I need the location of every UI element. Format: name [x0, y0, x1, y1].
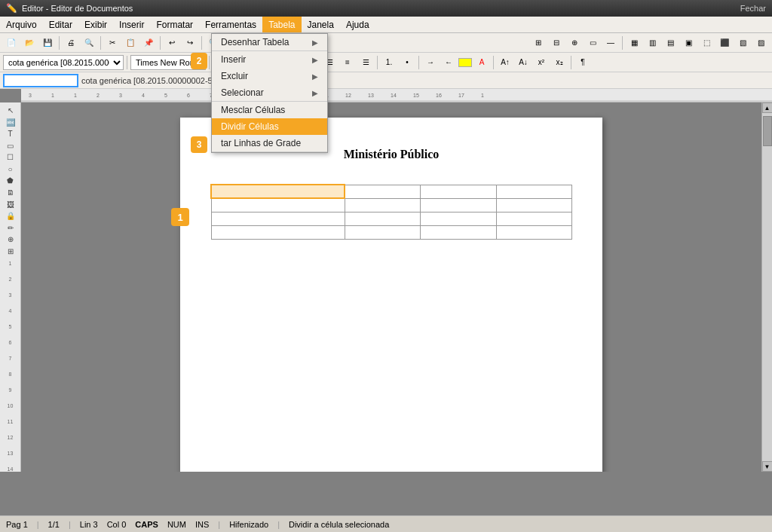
scroll-up-btn[interactable]: ▲: [762, 102, 773, 113]
table-cell-3-3[interactable]: [421, 212, 496, 225]
open-btn[interactable]: 📂: [21, 35, 38, 51]
svg-text:13: 13: [368, 93, 374, 98]
superscript-btn[interactable]: x²: [533, 54, 550, 71]
list-ordered-btn[interactable]: 1.: [381, 54, 397, 71]
table-grid-btn1[interactable]: ⊞: [530, 35, 547, 51]
menu-ajuda[interactable]: Ajuda: [340, 17, 375, 32]
indent-in-btn[interactable]: →: [422, 54, 439, 71]
scroll-down-btn[interactable]: ▼: [762, 461, 773, 472]
ruler-num-3: 3: [9, 292, 12, 298]
menu-editar[interactable]: Editar: [43, 17, 78, 32]
left-icon-4[interactable]: ▭: [2, 141, 19, 151]
menu-inserir[interactable]: Inserir ▶: [212, 51, 327, 68]
menu-mesclar[interactable]: Mesclar Células: [212, 102, 327, 118]
copy-btn[interactable]: 📋: [122, 35, 139, 51]
table-cell-3-1[interactable]: [211, 212, 345, 225]
style-select[interactable]: cota genérica [08.2015.00000002-5]: [3, 55, 124, 70]
scroll-thumb[interactable]: [763, 116, 772, 146]
close-button[interactable]: Fechar: [740, 4, 766, 13]
col-btn8[interactable]: ▨: [752, 35, 769, 51]
cut-btn[interactable]: ✂: [104, 35, 121, 51]
col-btn2[interactable]: ▥: [644, 35, 660, 51]
desenhar-label: Desenhar Tabela: [221, 37, 290, 47]
menu-exibir[interactable]: Exibir: [78, 17, 113, 32]
sep2: [100, 36, 101, 50]
ruler-num-13: 13: [8, 451, 14, 456]
table-cell-4-2[interactable]: [345, 225, 420, 239]
left-icon-11[interactable]: ✏: [2, 222, 19, 233]
left-icon-5[interactable]: ☐: [2, 152, 19, 163]
subscript-btn[interactable]: x₂: [551, 54, 568, 71]
left-icon-9[interactable]: 🖼: [2, 199, 19, 209]
menu-dividir[interactable]: Dividir Células: [212, 118, 327, 135]
left-icon-10[interactable]: 🔒: [2, 211, 19, 222]
align-right-btn[interactable]: ≡: [339, 54, 356, 71]
left-icon-2[interactable]: 🔤: [2, 118, 19, 128]
highlight-btn[interactable]: [458, 58, 472, 67]
table-cell-1-3[interactable]: [421, 185, 496, 198]
main-area: ↖ 🔤 T ▭ ☐ ○ ⬟ 🗎 🖼 🔒 ✏ ⊕ ⊞ 1 2 3 4 5 6 7 …: [0, 102, 772, 472]
menu-tabela[interactable]: Tabela: [262, 17, 301, 32]
table-cell-3-4[interactable]: [496, 212, 572, 225]
misc-btn1[interactable]: ¶: [574, 54, 591, 71]
left-icon-7[interactable]: ⬟: [2, 176, 19, 186]
indent-out-btn[interactable]: ←: [440, 54, 457, 71]
table-cell-4-1[interactable]: [211, 225, 345, 239]
menu-inserir[interactable]: Inserir: [113, 17, 150, 32]
left-icon-12[interactable]: ⊕: [2, 234, 19, 245]
left-icon-1[interactable]: ↖: [2, 105, 19, 116]
print-btn[interactable]: 🖨: [63, 35, 79, 51]
col-btn3[interactable]: ▤: [662, 35, 679, 51]
font-size-dn-btn[interactable]: A↓: [515, 54, 532, 71]
menu-arquivo[interactable]: Arquivo: [0, 17, 43, 32]
step-2-badge: 2: [191, 53, 207, 69]
table-add-col-btn[interactable]: ⊕: [566, 35, 583, 51]
left-icon-6[interactable]: ○: [2, 164, 19, 175]
redo-btn[interactable]: ↪: [182, 35, 198, 51]
table-frame-btn[interactable]: ▭: [584, 35, 601, 51]
new-doc-btn[interactable]: 📄: [3, 35, 20, 51]
table-cell-4-4[interactable]: [496, 225, 572, 239]
table-cell-1-4[interactable]: [496, 185, 572, 198]
col-btn4[interactable]: ▣: [680, 35, 697, 51]
document-table[interactable]: [210, 184, 572, 240]
paste-btn[interactable]: 📌: [140, 35, 157, 51]
menu-janela[interactable]: Janela: [302, 17, 340, 32]
table-grid-btn2[interactable]: ⊟: [548, 35, 565, 51]
svg-text:1: 1: [481, 93, 484, 98]
menu-desenhar-tabela[interactable]: Desenhar Tabela ▶: [212, 34, 327, 50]
table-cell-2-1[interactable]: [211, 198, 345, 212]
col-btn1[interactable]: ▦: [626, 35, 642, 51]
menu-formatar[interactable]: Formatar: [150, 17, 199, 32]
table-cell-1-2[interactable]: [345, 185, 420, 198]
align-justify-btn[interactable]: ☰: [357, 54, 374, 71]
font-color-btn[interactable]: A: [473, 54, 490, 71]
col-btn5[interactable]: ⬚: [698, 35, 715, 51]
print-preview-btn[interactable]: 🔍: [81, 35, 97, 51]
table-cell-2-3[interactable]: [421, 198, 496, 212]
font-size-up-btn[interactable]: A↑: [497, 54, 513, 71]
menu-ferramentas[interactable]: Ferramentas: [199, 17, 262, 32]
status-num: NUM: [167, 520, 186, 529]
left-icon-8[interactable]: 🗎: [2, 188, 19, 198]
toolbar-1: 📄 📂 💾 🖨 🔍 ✂ 📋 📌 ↩ ↪ 🔍 ⊞ ⊟ ⊕ ▭ — ▦ ▥ ▤ ▣ …: [0, 33, 772, 53]
menu-selecionar[interactable]: Selecionar ▶: [212, 84, 327, 101]
save-btn[interactable]: 💾: [39, 35, 56, 51]
undo-btn[interactable]: ↩: [164, 35, 180, 51]
table-cell-2-2[interactable]: [345, 198, 420, 212]
list-unordered-btn[interactable]: •: [399, 54, 415, 71]
name-box[interactable]: [3, 74, 78, 87]
table-cell-3-2[interactable]: [345, 212, 420, 225]
table-sep-btn[interactable]: —: [602, 35, 619, 51]
table-cell-4-3[interactable]: [421, 225, 496, 239]
menu-excluir[interactable]: Excluir ▶: [212, 68, 327, 84]
left-icon-3[interactable]: T: [2, 129, 19, 139]
col-btn6[interactable]: ⬛: [716, 35, 733, 51]
menu-ocultar[interactable]: tar Linhas de Grade: [212, 135, 327, 151]
vertical-scrollbar[interactable]: ▲ ▼: [761, 102, 772, 472]
col-btn7[interactable]: ▧: [734, 35, 751, 51]
table-cell-2-4[interactable]: [496, 198, 572, 212]
document-container[interactable]: 1 Ministério Público: [21, 102, 761, 472]
table-cell-1-1[interactable]: [211, 185, 345, 198]
left-icon-13[interactable]: ⊞: [2, 246, 19, 256]
